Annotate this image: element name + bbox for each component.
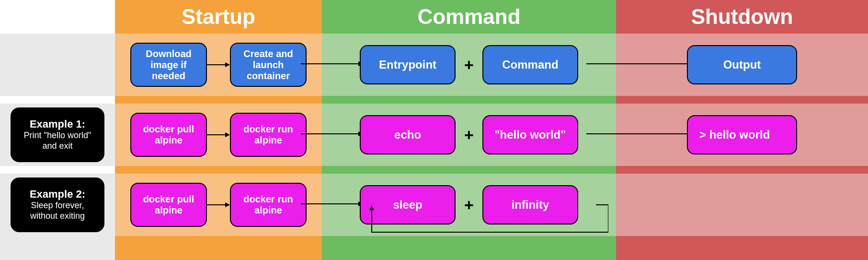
example-2-title: Example 2: <box>30 188 85 201</box>
node-download-image: Download image if needed <box>130 43 207 87</box>
diagram-grid: Startup Command Shutdown Download image … <box>0 0 868 260</box>
example-1-label: Example 1: Print "hello world" and exit <box>11 107 104 162</box>
header-shutdown: Shutdown <box>616 0 868 34</box>
plus-icon: + <box>456 56 482 74</box>
node-entrypoint: Entrypoint <box>360 45 456 84</box>
node-output: Output <box>687 45 797 84</box>
arrow-icon <box>207 64 230 65</box>
header-command: Command <box>322 0 616 34</box>
row-generic-shutdown: Output <box>616 34 868 96</box>
row-ex1-shutdown: > hello world <box>616 104 868 166</box>
svg-marker-1 <box>225 62 230 67</box>
node-echo: echo <box>360 115 456 154</box>
svg-marker-13 <box>225 202 230 207</box>
arrow-icon <box>207 134 230 135</box>
row-generic-startup: Download image if needed Create and laun… <box>115 34 322 96</box>
example-1-title: Example 1: <box>30 118 85 130</box>
row-ex2-command: sleep + infinity <box>322 174 616 236</box>
row-ex1-startup: docker pull alpine docker run alpine <box>115 104 322 166</box>
example-2-desc: Sleep forever, without exiting <box>30 201 85 221</box>
node-docker-run: docker run alpine <box>230 113 307 157</box>
row-ex2-shutdown <box>616 174 868 236</box>
plus-icon: + <box>456 126 482 144</box>
node-command: Command <box>482 45 578 84</box>
row-ex1-label: Example 1: Print "hello world" and exit <box>0 104 115 166</box>
row-generic-command: Entrypoint + Command <box>322 34 616 96</box>
node-docker-run: docker run alpine <box>230 183 307 227</box>
strip <box>0 34 115 96</box>
node-infinity: infinity <box>482 185 578 225</box>
row-ex2-label: Example 2: Sleep forever, without exitin… <box>0 174 115 236</box>
node-hello-world: "hello world" <box>482 115 578 154</box>
arrow-icon <box>207 204 230 205</box>
plus-icon: + <box>456 196 482 214</box>
header-startup: Startup <box>115 0 322 34</box>
strip <box>0 236 115 260</box>
node-docker-pull: docker pull alpine <box>130 113 207 157</box>
example-1-desc: Print "hello world" and exit <box>24 130 91 151</box>
node-sleep: sleep <box>360 185 456 225</box>
row-ex2-startup: docker pull alpine docker run alpine <box>115 174 322 236</box>
node-create-launch: Create and launch container <box>230 43 307 87</box>
example-2-label: Example 2: Sleep forever, without exitin… <box>11 177 104 232</box>
row-ex1-command: echo + "hello world" <box>322 104 616 166</box>
svg-marker-7 <box>225 132 230 137</box>
node-docker-pull: docker pull alpine <box>130 183 207 227</box>
node-output-ex1: > hello world <box>687 115 797 154</box>
